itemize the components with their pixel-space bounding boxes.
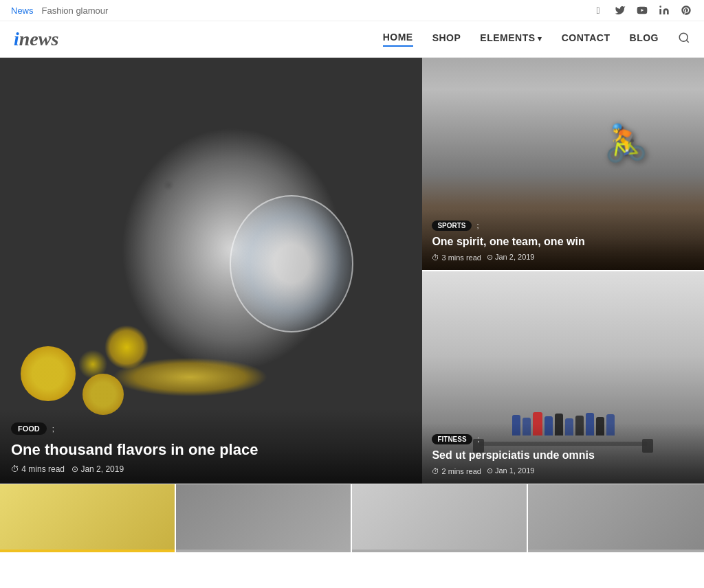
article-date: Jan 2, 2019 [72, 464, 124, 474]
facebook-icon[interactable]:  [591, 3, 605, 17]
header: inews HOME SHOP ELEMENTS CONTACT BLOG [0, 21, 704, 58]
twitter-icon[interactable] [613, 3, 627, 17]
youtube-icon[interactable] [635, 3, 649, 17]
fitness-article-overlay: FITNESS ; Sed ut perspiciatis unde omnis… [422, 423, 704, 484]
strip-item-1[interactable] [0, 484, 176, 552]
sports-title: One spirit, one team, one win [432, 235, 694, 249]
fitness-meta: 2 mins read Jan 1, 2019 [432, 466, 694, 475]
svg-point-2 [659, 5, 661, 8]
fitness-date: Jan 1, 2019 [487, 466, 535, 475]
hero-left-title: One thousand flavors in one place [11, 440, 411, 460]
strip-item-2[interactable] [176, 484, 352, 552]
pinterest-icon[interactable] [679, 3, 693, 17]
sports-meta: 3 mins read Jan 2, 2019 [432, 253, 694, 262]
nav-home[interactable]: HOME [383, 32, 413, 47]
fitness-article[interactable]: FITNESS ; Sed ut perspiciatis unde omnis… [422, 271, 704, 484]
hero-left-article[interactable]: FOOD ; One thousand flavors in one place… [0, 58, 422, 484]
nav-shop[interactable]: SHOP [432, 32, 461, 46]
bottom-strip [0, 484, 704, 552]
hero-grid: FOOD ; One thousand flavors in one place… [0, 58, 704, 484]
tagline: Fashion glamour [42, 5, 109, 16]
svg-line-4 [686, 40, 688, 42]
nav-contact[interactable]: CONTACT [562, 32, 610, 46]
hero-left-meta: 4 mins read Jan 2, 2019 [11, 464, 411, 474]
read-time: 4 mins read [11, 464, 65, 474]
sports-read-time: 3 mins read [432, 253, 481, 262]
strip-item-4[interactable] [528, 484, 704, 552]
sports-article[interactable]: 🚴 SPORTS ; One spirit, one team, one win… [422, 58, 704, 271]
nav-blog[interactable]: BLOG [630, 32, 659, 46]
svg-point-3 [679, 33, 688, 41]
social-icons:  [591, 3, 693, 17]
fitness-read-time: 2 mins read [432, 467, 481, 475]
top-bar-left: News Fashion glamour [11, 5, 108, 16]
strip-item-3[interactable] [352, 484, 528, 552]
sports-date: Jan 2, 2019 [487, 253, 535, 262]
fitness-title: Sed ut perspiciatis unde omnis [432, 449, 694, 463]
hero-left-overlay: FOOD ; One thousand flavors in one place… [0, 409, 422, 484]
search-icon[interactable] [678, 32, 690, 47]
svg-rect-1 [659, 9, 661, 14]
sports-article-overlay: SPORTS ; One spirit, one team, one win 3… [422, 210, 704, 270]
nav-elements[interactable]: ELEMENTS [480, 32, 542, 46]
top-bar: News Fashion glamour  [0, 0, 704, 21]
sports-category-badge[interactable]: SPORTS [432, 220, 471, 231]
hero-right-column: 🚴 SPORTS ; One spirit, one team, one win… [422, 58, 704, 484]
food-category-badge[interactable]: FOOD [11, 422, 47, 435]
news-link[interactable]: News [11, 5, 34, 16]
logo[interactable]: inews [14, 28, 58, 50]
main-nav: HOME SHOP ELEMENTS CONTACT BLOG [383, 32, 690, 47]
fitness-category-badge[interactable]: FITNESS [432, 434, 472, 444]
linkedin-icon[interactable] [657, 3, 671, 17]
